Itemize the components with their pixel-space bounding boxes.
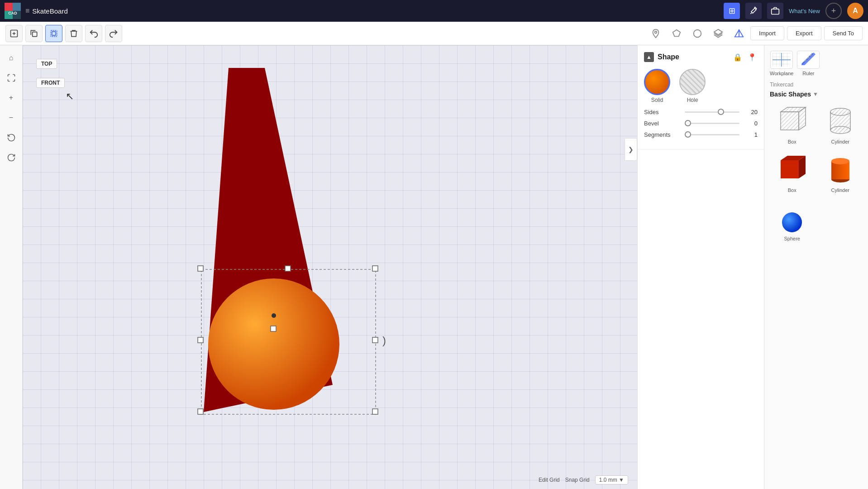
ruler-button[interactable]: Ruler	[797, 51, 820, 76]
export-button[interactable]: Export	[787, 26, 821, 40]
hole-label: Hole	[687, 97, 698, 103]
main-area: ⌂ + − TOP FRONT	[0, 45, 868, 489]
svg-rect-1	[13, 3, 21, 11]
handle-mr[interactable]	[372, 337, 378, 343]
edit-grid-link[interactable]: Edit Grid	[539, 477, 560, 483]
location-button[interactable]	[647, 25, 664, 42]
sides-thumb[interactable]	[718, 109, 724, 115]
move-button[interactable]	[45, 25, 62, 42]
svg-rect-9	[52, 31, 56, 35]
3d-scene: )	[23, 45, 637, 489]
ruler-icon	[797, 51, 820, 69]
briefcase-button[interactable]	[767, 3, 783, 19]
rotate-handle[interactable]: )	[382, 334, 386, 346]
circle-button[interactable]	[689, 25, 706, 42]
add-user-button[interactable]: +	[825, 3, 842, 19]
layers-button[interactable]	[710, 25, 727, 42]
svg-point-10	[655, 31, 657, 33]
box-wireframe-item[interactable]: Box	[770, 102, 815, 147]
solid-option[interactable]: Solid	[644, 69, 670, 103]
handle-br[interactable]	[372, 409, 378, 414]
box-wireframe-label: Box	[788, 139, 796, 144]
sides-slider[interactable]	[685, 111, 739, 113]
handle-tr[interactable]	[372, 266, 378, 271]
left-panel: ⌂ + −	[0, 45, 23, 489]
toolbar-right-icons	[647, 25, 748, 42]
handle-tc[interactable]	[285, 266, 291, 271]
segments-slider[interactable]	[685, 134, 739, 135]
zoom-fit-button[interactable]	[3, 70, 19, 86]
handle-bl[interactable]	[198, 409, 203, 414]
undo-button[interactable]	[85, 25, 102, 42]
prism-button[interactable]	[730, 25, 748, 42]
workplane-icon	[770, 51, 793, 69]
send-to-button[interactable]: Send To	[824, 26, 863, 40]
panel-expand-button[interactable]: ❯	[625, 138, 637, 161]
hole-option[interactable]: Hole	[679, 69, 706, 103]
zoom-home-button[interactable]: ⌂	[3, 50, 19, 66]
snap-grid-label: Snap Grid	[565, 477, 590, 483]
svg-rect-7	[33, 32, 37, 36]
sphere-solid-icon	[776, 202, 808, 234]
segments-value: 1	[744, 131, 758, 138]
user-avatar[interactable]: A	[847, 3, 863, 19]
segments-thumb[interactable]	[685, 131, 691, 138]
lock-button[interactable]: 🔒	[732, 52, 743, 62]
svg-point-31	[830, 108, 850, 115]
cylinder-wireframe-label: Cylinder	[831, 139, 849, 144]
bevel-thumb[interactable]	[685, 120, 691, 126]
bevel-slider[interactable]	[685, 123, 739, 124]
svg-point-12	[694, 29, 701, 37]
handle-ml[interactable]	[198, 337, 203, 343]
snap-value-dropdown[interactable]: 1.0 mm ▼	[595, 475, 628, 484]
hammer-button[interactable]	[745, 3, 762, 19]
handle-tl[interactable]	[198, 266, 203, 271]
bottom-bar: Edit Grid Snap Grid 1.0 mm ▼	[539, 475, 628, 484]
workplane-label: Workplane	[770, 71, 793, 76]
main-toolbar: Import Export Send To	[0, 22, 868, 45]
svg-rect-32	[781, 160, 799, 178]
grid-view-button[interactable]: ⊞	[724, 3, 740, 19]
svg-rect-0	[5, 3, 13, 11]
bevel-label: Bevel	[644, 120, 680, 127]
redo-button[interactable]	[105, 25, 122, 42]
tinkercad-selector: Tinkercad	[770, 82, 863, 88]
bevel-value: 0	[744, 120, 758, 127]
new-button[interactable]	[5, 25, 23, 42]
solid-icon	[644, 69, 670, 95]
panel-collapse-button[interactable]: ▲	[644, 52, 654, 62]
delete-button[interactable]	[65, 25, 82, 42]
segments-row: Segments 1	[644, 131, 758, 138]
svg-rect-23	[781, 112, 799, 130]
sphere-solid-item[interactable]: Sphere	[770, 199, 815, 244]
copy-button[interactable]	[25, 25, 43, 42]
zoom-in-button[interactable]: +	[3, 90, 19, 106]
bevel-row: Bevel 0	[644, 120, 758, 127]
cylinder-solid-item[interactable]: Cylinder	[818, 151, 863, 196]
box-solid-item[interactable]: Box	[770, 151, 815, 196]
shape-type-row: Solid Hole	[644, 69, 758, 103]
polygon-button[interactable]	[668, 25, 685, 42]
rotate-left-button[interactable]	[3, 129, 19, 146]
center-handle[interactable]	[272, 313, 276, 318]
import-button[interactable]: Import	[750, 26, 784, 40]
shape-properties-panel: ▲ Shape 🔒 📍 Solid Hole Sides	[637, 45, 764, 489]
menu-icon[interactable]: ≡	[25, 7, 29, 15]
svg-marker-11	[673, 29, 681, 36]
cylinder-solid-label: Cylinder	[831, 187, 849, 193]
zoom-out-button[interactable]: −	[3, 110, 19, 126]
viewport[interactable]: TOP FRONT	[23, 45, 637, 489]
app-title-area: ≡ SkateBoard	[25, 7, 68, 15]
workplane-button[interactable]: Workplane	[770, 51, 793, 76]
pin-button[interactable]: 📍	[747, 52, 758, 62]
category-selector[interactable]: Basic Shapes ▼	[770, 91, 818, 98]
whats-new-button[interactable]: What's New	[789, 8, 820, 14]
rotate-right-button[interactable]	[3, 149, 19, 166]
sphere-shape[interactable]	[208, 278, 339, 410]
shapes-grid: Box Cylinder	[770, 102, 863, 244]
ruler-label: Ruler	[802, 71, 814, 76]
box-wireframe-icon	[776, 105, 808, 137]
handle-bc[interactable]	[271, 326, 276, 331]
cylinder-wireframe-item[interactable]: Cylinder	[818, 102, 863, 147]
sides-row: Sides 20	[644, 109, 758, 115]
